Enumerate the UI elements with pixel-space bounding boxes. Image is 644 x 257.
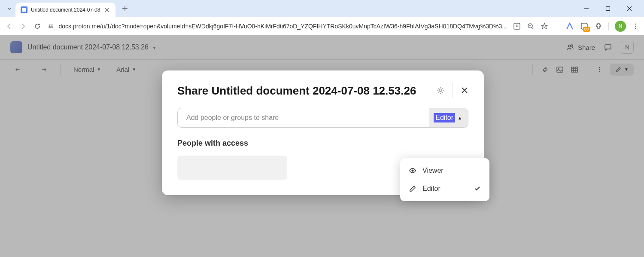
forward-button[interactable] [19,21,27,31]
tab-title: Untitled document 2024-07-08 [31,7,100,13]
back-button[interactable] [5,21,13,31]
style-selector[interactable]: Normal ▼ [69,63,105,76]
svg-point-7 [568,45,570,47]
eye-icon [409,167,416,174]
extension-badge-count: 83 [583,27,590,32]
role-selector[interactable]: Editor ▲ [429,108,468,127]
zoom-icon[interactable] [527,22,535,30]
dropdown-item-label: Editor [422,185,440,193]
share-button[interactable]: Share [567,43,595,51]
browser-tab-bar: Untitled document 2024-07-08 [0,0,644,17]
link-button[interactable] [541,66,549,73]
gear-icon [436,86,445,95]
new-tab-button[interactable] [119,3,131,15]
dropdown-item-editor[interactable]: Editor [400,180,489,198]
undo-button[interactable] [10,63,27,76]
browser-menu-icon[interactable] [632,23,639,30]
bookmark-icon[interactable] [541,22,548,30]
svg-point-5 [635,25,636,27]
address-bar[interactable]: docs.proton.me/u/1/doc?mode=open&volumeI… [47,23,507,30]
svg-rect-9 [605,45,611,49]
maximize-button[interactable] [602,3,614,15]
browser-toolbar: docs.proton.me/u/1/doc?mode=open&volumeI… [0,17,644,35]
svg-point-13 [599,67,600,68]
browser-tab[interactable]: Untitled document 2024-07-08 [15,3,115,17]
dropdown-item-label: Viewer [422,167,444,174]
url-text: docs.proton.me/u/1/doc?mode=open&volumeI… [58,23,507,30]
share-people-input[interactable] [178,114,429,122]
svg-point-17 [412,170,414,172]
site-settings-icon[interactable] [47,23,54,30]
settings-button[interactable] [428,83,453,98]
extension-icon-1[interactable] [565,22,574,31]
install-app-icon[interactable] [513,22,521,30]
edit-mode-button[interactable]: ▼ [610,64,634,76]
svg-point-8 [571,45,573,46]
people-with-access-heading: People with access [177,139,468,148]
close-icon [461,86,468,94]
close-window-button[interactable] [623,3,635,15]
dropdown-item-viewer[interactable]: Viewer [400,162,489,180]
modal-title: Share Untitled document 2024-07-08 12.53… [177,83,428,99]
svg-point-14 [599,69,600,70]
people-icon [567,43,574,51]
more-options-button[interactable] [596,66,603,73]
reload-button[interactable] [33,21,42,31]
extensions-icon[interactable] [595,22,602,30]
document-title[interactable]: Untitled document 2024-07-08 12.53.26 ▼ [27,43,156,51]
svg-point-4 [635,23,636,24]
tab-favicon-icon [21,6,27,13]
extension-icon-2[interactable]: 83 [580,22,589,31]
font-selector[interactable]: Arial ▼ [112,63,140,76]
tab-close-button[interactable] [103,6,110,13]
role-dropdown: Viewer Editor [400,158,489,201]
app-header: Untitled document 2024-07-08 12.53.26 ▼ … [0,35,644,59]
pencil-icon [615,66,622,73]
svg-point-6 [635,28,636,29]
chevron-down-icon: ▼ [624,67,629,72]
svg-rect-10 [557,67,563,72]
role-selected-label: Editor [434,113,455,122]
window-controls [580,3,641,15]
svg-point-16 [439,89,442,92]
user-avatar[interactable]: N [621,41,634,54]
person-info-placeholder [177,156,287,180]
svg-rect-12 [571,67,577,72]
profile-avatar[interactable]: N [615,21,626,32]
caret-up-icon: ▲ [458,116,462,120]
svg-rect-0 [606,7,610,11]
document-icon [10,41,22,53]
close-modal-button[interactable] [453,83,468,98]
comments-icon[interactable] [604,43,612,52]
tab-search-dropdown[interactable] [3,3,15,15]
pencil-icon [409,185,416,193]
share-input-row: Editor ▲ [177,108,468,128]
redo-button[interactable] [34,63,52,76]
chevron-down-icon: ▼ [152,46,156,50]
minimize-button[interactable] [580,3,592,15]
check-icon [474,185,481,192]
svg-point-15 [599,71,600,72]
image-button[interactable] [556,66,564,73]
table-button[interactable] [571,66,578,73]
